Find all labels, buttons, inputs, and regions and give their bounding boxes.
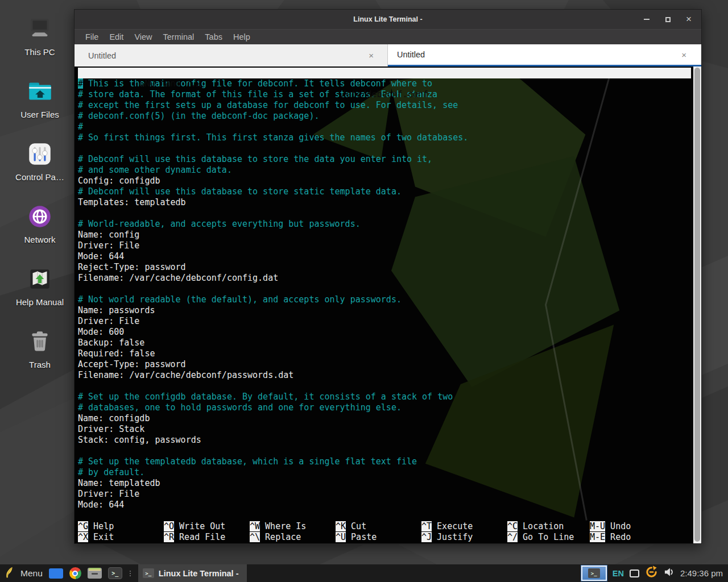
tab-untitled-2[interactable]: Untitled ×	[388, 44, 701, 66]
menu-item-file[interactable]: File	[84, 31, 100, 43]
nano-filename: /etc/debconf.conf	[78, 89, 691, 100]
nano-line: Name: templatedb	[78, 478, 691, 489]
nano-shortcut: ^R Read File	[164, 532, 225, 543]
nano-shortcut: ^J Justify	[421, 532, 473, 543]
nano-line	[78, 381, 691, 392]
nano-line: # debconf.conf(5) (in the debconf-doc pa…	[78, 111, 691, 122]
terminal-scrollbar[interactable]	[693, 66, 701, 543]
nano-shortcut: ^\ Replace	[250, 532, 301, 543]
nano-line: Filename: /var/cache/debconf/config.dat	[78, 273, 691, 284]
nano-line	[78, 284, 691, 294]
shortcut-key: ^/	[507, 532, 518, 542]
menu-item-help[interactable]: Help	[231, 31, 252, 43]
desktop-icon-network[interactable]: Network	[10, 202, 69, 250]
shortcut-key: ^O	[164, 521, 174, 531]
desktop-icon-list: This PC User Files	[10, 15, 69, 390]
nano-line: Filename: /var/cache/debconf/passwords.d…	[78, 370, 691, 381]
nano-line: # except the first sets up a database fo…	[78, 100, 691, 111]
volume-icon[interactable]	[664, 567, 675, 579]
terminal-icon: >_	[143, 568, 154, 578]
taskbar-handle[interactable]	[129, 568, 132, 579]
shortcut-key: ^X	[78, 532, 88, 542]
nano-line: Name: passwords	[78, 305, 691, 316]
tab-close-icon[interactable]: ×	[366, 51, 376, 60]
desktop-icon-help-manual[interactable]: Help Manual	[10, 265, 69, 313]
shortcut-key: ^W	[250, 521, 260, 531]
tab-close-icon[interactable]: ×	[679, 50, 689, 60]
nano-line: Stack: config, passwords	[78, 435, 691, 446]
menu-item-terminal[interactable]: Terminal	[162, 31, 196, 43]
chrome-browser-icon[interactable]	[69, 567, 81, 579]
control-panel-sliders-icon	[26, 140, 54, 168]
menu-item-edit[interactable]: Edit	[107, 31, 125, 43]
close-button[interactable]: ×	[684, 15, 693, 24]
chrome-center	[72, 571, 78, 576]
nano-line: Backup: false	[78, 338, 691, 348]
taskbar: Menu >_ >_ Linux Lite Terminal - >_ EN	[0, 564, 728, 582]
task-button-terminal[interactable]: >_ Linux Lite Terminal -	[138, 564, 247, 582]
task-button-title: Linux Lite Terminal -	[159, 569, 239, 578]
nano-shortcut: ^C Location	[507, 521, 564, 532]
desktop-app-icon[interactable]	[49, 568, 63, 579]
nano-line: Required: false	[78, 348, 691, 359]
scrollbar-thumb[interactable]	[694, 68, 700, 542]
nano-line: # Debconf will use this database to stor…	[78, 154, 691, 165]
nano-line: Mode: 644	[78, 500, 691, 510]
menu-button[interactable]: Menu	[20, 568, 43, 579]
shortcut-key: ^T	[421, 521, 432, 531]
nano-line: # Debconf will use this database to stor…	[78, 186, 691, 197]
nano-version: GNU nano 7.2	[119, 78, 201, 89]
window-list-tray-icon[interactable]	[630, 569, 639, 577]
tab-bar: Untitled × Untitled ×	[75, 44, 701, 66]
nano-line: #	[78, 122, 691, 132]
clock[interactable]: 2:49:36 pm	[680, 568, 723, 578]
nano-line: # Set up the templatedb database, which …	[78, 456, 691, 467]
minimize-button[interactable]	[642, 15, 651, 24]
taskbar-tray: >_ EN 2:49:36 pm	[581, 564, 728, 582]
terminal-launcher-icon[interactable]: >_	[108, 567, 122, 579]
shortcut-key: M-E	[590, 532, 605, 542]
menu-item-view[interactable]: View	[133, 31, 154, 43]
nano-line: Reject-Type: password	[78, 262, 691, 273]
window-title: Linux Lite Terminal -	[75, 15, 701, 23]
shortcut-key: ^\	[250, 532, 260, 542]
nano-line	[78, 446, 691, 456]
nano-line: # So first things first. This first stan…	[78, 132, 691, 143]
trash-can-icon	[26, 327, 54, 356]
desktop-icon-label: Control Pa…	[15, 172, 64, 182]
nano-shortcut: ^/ Go To Line	[507, 532, 574, 543]
nano-shortcut-row-2: ^X Exit^R Read File^\ Replace^U Paste^J …	[78, 532, 691, 543]
shortcut-key: ^R	[164, 532, 174, 542]
nano-line	[78, 208, 691, 219]
shortcut-key: M-U	[590, 521, 605, 531]
nano-line: Templates: templatedb	[78, 197, 691, 208]
file-manager-icon[interactable]	[88, 568, 102, 579]
window-titlebar[interactable]: Linux Lite Terminal - ×	[75, 10, 701, 29]
desktop-icon-trash[interactable]: Trash	[10, 327, 69, 375]
tab-untitled-1[interactable]: Untitled ×	[75, 44, 388, 66]
desktop-icon-this-pc[interactable]: This PC	[10, 15, 69, 63]
desktop-icon-label: Help Manual	[16, 297, 64, 307]
network-globe-icon	[26, 202, 54, 231]
window-controls: ×	[642, 10, 693, 29]
menu-item-tabs[interactable]: Tabs	[203, 31, 224, 43]
nano-line: Driver: File	[78, 489, 691, 500]
nano-shortcut: ^G Help	[78, 521, 114, 532]
nano-line: Mode: 600	[78, 327, 691, 338]
nano-shortcut: ^K Cut	[336, 521, 366, 532]
file-manager-icon-stripe	[89, 568, 101, 571]
terminal-screen[interactable]: GNU nano 7.2 /etc/debconf.conf # This is…	[75, 66, 701, 543]
workspace-pager[interactable]: >_	[581, 566, 607, 581]
maximize-button[interactable]	[663, 15, 672, 24]
help-manual-map-icon	[26, 265, 54, 293]
nano-content: # This is the main config file for debco…	[78, 78, 691, 510]
desktop-icon-label: User Files	[20, 110, 59, 119]
linux-lite-logo-icon[interactable]	[5, 566, 14, 581]
keyboard-layout-indicator[interactable]: EN	[613, 569, 624, 578]
desktop-icon-user-files[interactable]: User Files	[10, 77, 69, 125]
update-notifier-icon[interactable]	[645, 566, 658, 581]
nano-line: Accept-Type: password	[78, 359, 691, 370]
desktop-icon-control-panel[interactable]: Control Pa…	[10, 140, 69, 188]
taskbar-left: Menu >_ >_ Linux Lite Terminal -	[0, 564, 247, 582]
tab-label: Untitled	[88, 51, 116, 60]
